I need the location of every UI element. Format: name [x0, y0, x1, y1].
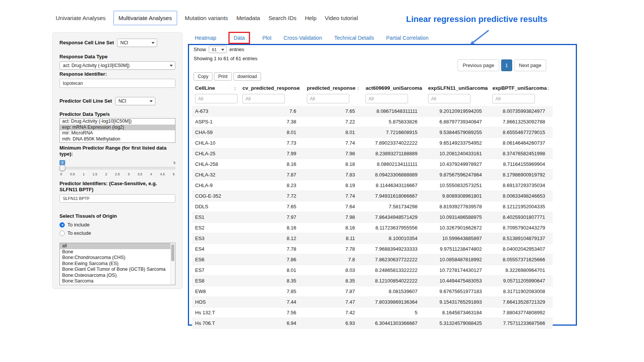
- filter-input-cellline[interactable]: [195, 94, 238, 103]
- table-cell: 5.31324579088425: [425, 318, 489, 329]
- tissue-option-all[interactable]: all: [60, 243, 175, 249]
- nav-tab-mutation-variants[interactable]: Mutation variants: [184, 11, 229, 25]
- next-page-button[interactable]: Next page: [514, 59, 546, 71]
- table-cell: 8.11446343116667: [363, 180, 425, 191]
- table-cell: 7.38: [239, 117, 304, 127]
- tab-technical-details[interactable]: Technical Details: [334, 35, 374, 41]
- predictor-data-types-label: Predictor Data Type/s: [59, 111, 175, 117]
- filter-input-act609699-unisarcoma[interactable]: [366, 94, 408, 103]
- response-cell-line-set-select[interactable]: NCI: [117, 39, 157, 47]
- predictor-cell-line-set-select[interactable]: NCI: [115, 97, 155, 105]
- nav-tab-multivariate-analyses[interactable]: Multivariate Analyses: [113, 11, 177, 25]
- table-cell: 8.01: [239, 265, 304, 276]
- table-cell: 8.70957902443279: [489, 223, 553, 233]
- download-button[interactable]: download: [233, 72, 261, 81]
- scrollbar-thumb[interactable]: [171, 244, 174, 261]
- table-cell: 7.6: [239, 106, 304, 117]
- column-header-expbptf-unisarcoma[interactable]: ▲▼expBPTF_uniSarcoma: [489, 82, 553, 93]
- column-header-cv-predicted-response[interactable]: ▲▼cv_predicted_response: [239, 82, 304, 93]
- nav-tab-video-tutorial[interactable]: Video tutorial: [324, 11, 358, 25]
- sort-icon[interactable]: ▲▼: [357, 86, 360, 91]
- nav-tab-metadata[interactable]: Metadata: [236, 11, 261, 25]
- tissue-option-peripheral-nervous-system[interactable]: Peripheral_Nervous_System: [60, 284, 175, 286]
- slider-tick: 0.5: [70, 172, 75, 176]
- previous-page-button[interactable]: Previous page: [458, 59, 499, 71]
- slider-handle[interactable]: [59, 165, 66, 171]
- tab-plot[interactable]: Plot: [262, 35, 271, 41]
- tab-cross-validation[interactable]: Cross-Validation: [284, 35, 322, 41]
- table-row: ES47.787.787.968839492333339.97511238474…: [192, 244, 553, 254]
- filter-input-predicted-response[interactable]: [307, 94, 349, 103]
- table-cell: 10.0931486588975: [425, 212, 489, 223]
- slider-track[interactable]: [59, 167, 175, 169]
- sort-icon[interactable]: ▲▼: [234, 86, 236, 91]
- slider-tick: 1: [83, 172, 84, 176]
- show-entries-select[interactable]: 61: [209, 46, 227, 53]
- tab-heatmap[interactable]: Heatmap: [195, 35, 216, 41]
- print-button[interactable]: Print: [214, 72, 232, 81]
- table-row: ES78.018.038.2486581332222210.7278174430…: [192, 265, 553, 276]
- table-cell: 7.83: [304, 170, 363, 180]
- tissue-option-bone-chondrosarcoma-chs[interactable]: Bone:Chondrosarcoma (CHS): [60, 255, 175, 261]
- table-cell: 8.08602134111111: [363, 159, 425, 170]
- column-header-predicted-response[interactable]: ▲▼predicted_response: [304, 82, 363, 93]
- table-cell: Hs 706.T: [192, 318, 239, 329]
- table-cell: 8.81939277839578: [425, 201, 489, 212]
- table-cell: 8.18: [304, 159, 363, 170]
- nav-tab-help[interactable]: Help: [304, 11, 317, 25]
- table-wrap: ▲▼CellLine▲▼cv_predicted_response▲▼predi…: [192, 82, 553, 329]
- table-row: CHA-598.018.017.72166089159.538445790892…: [192, 127, 553, 138]
- column-header-label: cv_predicted_response: [242, 85, 300, 91]
- column-header-act609699-unisarcoma[interactable]: ▲▼act609699_uniSarcoma: [363, 82, 425, 93]
- table-cell: 7.98: [304, 148, 363, 159]
- exclude-radio[interactable]: To exclude: [59, 230, 175, 236]
- table-cell: 10.7278174430127: [425, 265, 489, 276]
- tissue-option-bone-osteosarcoma-os[interactable]: Bone:Osteosarcoma (OS): [60, 273, 175, 279]
- slider-tick: 1.5: [92, 172, 97, 176]
- table-cell: 9.87567596247864: [425, 170, 489, 180]
- table-cell: 8.16: [304, 223, 363, 233]
- table-row: DDLS7.657.647.5817342988.819392778395788…: [192, 201, 553, 212]
- table-cell: CHLA-10: [192, 138, 239, 148]
- include-radio[interactable]: To include: [59, 222, 175, 228]
- column-header-expslfn11-unisarcoma[interactable]: ▲▼expSLFN11_uniSarcoma: [425, 82, 489, 93]
- table-cell: 10.4494475483053: [425, 276, 489, 286]
- table-cell: 7.86: [239, 254, 304, 265]
- predictor-identifiers-input[interactable]: [59, 194, 175, 203]
- table-cell: 9.05711205990647: [489, 276, 553, 286]
- tissue-option-bone-giant-cell-tumor-of-bone-gctb-sarcoma[interactable]: Bone:Giant Cell Tumor of Bone (GCTB) Sar…: [60, 267, 175, 273]
- option-mir-microrna[interactable]: mir: MicroRNA: [60, 130, 175, 136]
- tissue-option-bone-ewing-sarcoma-es[interactable]: Bone:Ewing Sarcoma (ES): [60, 261, 175, 267]
- nav-tab-search-ids[interactable]: Search IDs: [267, 11, 297, 25]
- table-cell: 7.8: [304, 254, 363, 265]
- filter-input-expslfn11-unisarcoma[interactable]: [428, 94, 470, 103]
- tab-partial-correlation[interactable]: Partial Correlation: [386, 35, 428, 41]
- current-page-button[interactable]: 1: [501, 59, 512, 71]
- table-row: CHLA-257.997.988.2389327118888910.208124…: [192, 148, 553, 159]
- copy-button[interactable]: Copy: [194, 72, 213, 81]
- table-cell: 7.99: [239, 148, 304, 159]
- sort-icon[interactable]: ▲▼: [547, 86, 550, 91]
- filter-input-cv-predicted-response[interactable]: [242, 94, 285, 103]
- tissue-option-bone[interactable]: Bone: [60, 249, 175, 255]
- tissue-scrollbar[interactable]: [170, 243, 175, 285]
- tab-data[interactable]: Data: [228, 32, 250, 44]
- tissue-option-bone-sarcoma[interactable]: Bone:Sarcoma: [60, 278, 175, 284]
- option-act-drug-activity-log10-ic50m[interactable]: act: Drug Activity (-log10[IC50M]): [60, 119, 175, 125]
- nav-tab-univariate-analyses[interactable]: Univariate Analyses: [55, 11, 106, 25]
- table-cell: 8.11723637955556: [363, 223, 425, 233]
- option-mth-dna-850k-methylation[interactable]: mth: DNA 850K Methylation: [60, 136, 175, 142]
- response-identifier-label: Response Identifier:: [59, 71, 175, 77]
- response-identifier-input[interactable]: [59, 79, 175, 88]
- response-data-type-select[interactable]: act: Drug Activity (-log10[IC50M]): [59, 61, 175, 70]
- table-cell: DDLS: [192, 201, 239, 212]
- table-row: ES28.168.168.1172363795555610.3267901662…: [192, 223, 553, 233]
- option-exp-mrna-expression-log2[interactable]: exp: mRNA Expression (log2): [60, 125, 175, 131]
- table-cell: 9.15431765291893: [425, 297, 489, 307]
- table-row: ES17.977.987.8643494857142910.0931486588…: [192, 212, 553, 223]
- table-cell: 8.23: [239, 180, 304, 191]
- response-cell-line-set-label: Response Cell Line Set: [59, 40, 114, 46]
- column-header-cellline[interactable]: ▲▼CellLine: [192, 82, 239, 93]
- filter-input-expbptf-unisarcoma[interactable]: [492, 94, 535, 103]
- table-cell: 7.86230637722222: [363, 254, 425, 265]
